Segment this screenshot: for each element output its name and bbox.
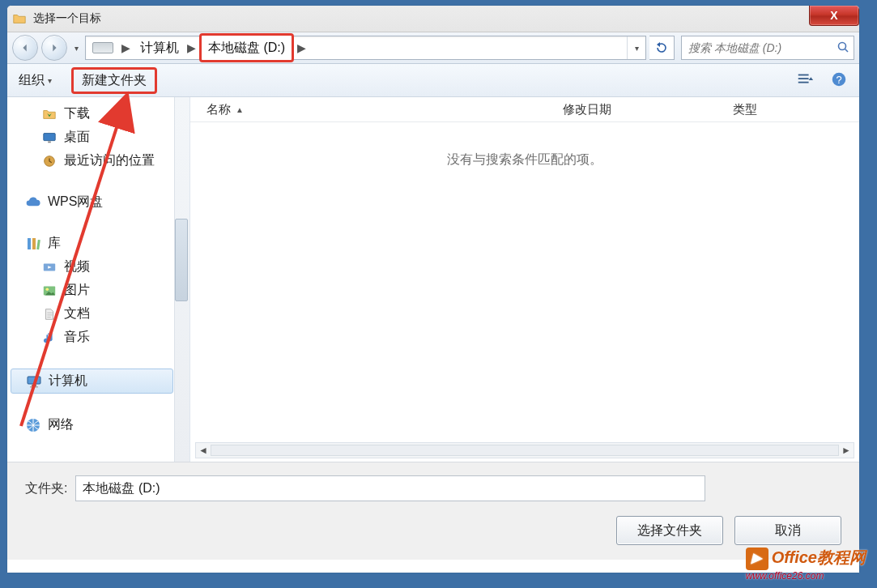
svg-rect-4 (798, 81, 809, 83)
downloads-icon (41, 106, 57, 122)
sidebar-item-wps[interactable]: WPS网盘 (7, 190, 189, 214)
svg-rect-7 (44, 133, 55, 140)
sidebar-item-documents[interactable]: 文档 (7, 302, 189, 326)
desktop-icon (41, 130, 57, 146)
scroll-left-icon[interactable]: ◄ (196, 445, 211, 456)
sidebar-item-label: 网络 (48, 416, 74, 433)
horizontal-scrollbar[interactable]: ◄ ► (195, 442, 854, 458)
close-button[interactable]: X (809, 6, 859, 26)
col-modified-label: 修改日期 (563, 102, 611, 116)
chevron-down-icon: ▾ (48, 76, 52, 85)
folder-icon (12, 11, 27, 26)
arrow-right-icon (49, 42, 60, 53)
search-box[interactable] (681, 36, 854, 60)
pictures-icon (41, 283, 57, 299)
folder-path-input[interactable] (75, 475, 705, 501)
svg-rect-2 (798, 74, 809, 75)
breadcrumb-computer[interactable]: 计算机 (134, 36, 184, 59)
svg-text:?: ? (836, 73, 841, 85)
chevron-right-icon: ▶ (184, 41, 199, 54)
documents-icon (41, 306, 57, 322)
folder-label: 文件夹: (25, 480, 67, 497)
network-icon (25, 417, 41, 433)
organize-label: 组织 (19, 72, 45, 89)
sidebar-item-label: WPS网盘 (48, 194, 103, 211)
video-icon (41, 259, 57, 275)
select-folder-button[interactable]: 选择文件夹 (616, 516, 723, 545)
column-headers: 名称 ▲ 修改日期 类型 (190, 97, 859, 122)
help-button[interactable]: ? (830, 70, 848, 91)
libraries-icon (25, 236, 41, 252)
svg-rect-18 (30, 386, 38, 388)
address-dropdown[interactable]: ▾ (627, 36, 645, 59)
sidebar-item-label: 最近访问的位置 (64, 152, 155, 169)
svg-rect-8 (48, 141, 51, 143)
col-type-label: 类型 (733, 102, 757, 116)
sidebar-item-pictures[interactable]: 图片 (7, 279, 189, 302)
organize-menu[interactable]: 组织 ▾ (19, 72, 52, 89)
search-input[interactable] (687, 40, 833, 55)
watermark-url: www.office26.com (746, 570, 866, 582)
forward-button[interactable] (41, 35, 67, 61)
sidebar-item-label: 库 (48, 235, 61, 252)
view-icon (796, 70, 814, 88)
drive-icon (86, 36, 118, 59)
window-title: 选择一个目标 (33, 11, 101, 26)
sidebar-item-desktop[interactable]: 桌面 (7, 126, 189, 149)
sidebar-item-recent[interactable]: 最近访问的位置 (7, 149, 189, 173)
svg-rect-11 (32, 238, 36, 249)
empty-message: 没有与搜索条件匹配的项。 (190, 151, 859, 168)
svg-line-1 (845, 49, 849, 52)
sidebar-item-computer[interactable]: 计算机 (11, 369, 173, 394)
arrow-left-icon (19, 42, 31, 53)
svg-rect-12 (36, 239, 40, 249)
svg-rect-17 (32, 385, 36, 386)
nav-bar: ▾ ▶ 计算机 ▶ 本地磁盘 (D:) ▶ ▾ (7, 32, 859, 64)
col-name-label: 名称 (206, 102, 231, 117)
sidebar-item-label: 桌面 (64, 129, 90, 146)
sidebar-item-label: 音乐 (64, 329, 90, 346)
scrollbar-thumb[interactable] (175, 219, 188, 301)
sidebar-item-video[interactable]: 视频 (7, 255, 189, 279)
chevron-right-icon: ▶ (294, 41, 309, 54)
svg-rect-3 (798, 78, 809, 79)
cancel-label: 取消 (775, 522, 801, 539)
view-options-button[interactable] (796, 70, 814, 91)
sidebar-item-music[interactable]: 音乐 (7, 326, 189, 349)
chevron-down-icon: ▾ (635, 44, 639, 53)
back-button[interactable] (12, 35, 38, 61)
sidebar-item-label: 文档 (64, 305, 90, 322)
scroll-right-icon[interactable]: ► (839, 445, 854, 456)
sidebar: 下载 桌面 最近访问的位置 WPS网盘 库 视频 (7, 97, 190, 462)
watermark: Office教程网 www.office26.com (746, 547, 866, 582)
refresh-button[interactable] (649, 36, 675, 60)
col-modified[interactable]: 修改日期 (547, 102, 717, 117)
refresh-icon (655, 41, 668, 54)
col-type[interactable]: 类型 (717, 102, 859, 117)
file-list-pane: 名称 ▲ 修改日期 类型 没有与搜索条件匹配的项。 ◄ ► (190, 97, 859, 462)
sidebar-item-network[interactable]: 网络 (7, 413, 189, 437)
title-bar: 选择一个目标 X (7, 6, 859, 32)
new-folder-button[interactable]: 新建文件夹 (71, 67, 157, 94)
body: 下载 桌面 最近访问的位置 WPS网盘 库 视频 (7, 97, 859, 462)
svg-point-0 (839, 42, 846, 49)
sidebar-item-libraries[interactable]: 库 (7, 232, 189, 255)
sidebar-item-label: 图片 (64, 282, 90, 299)
breadcrumb-drive[interactable]: 本地磁盘 (D:) (199, 33, 294, 62)
sidebar-item-label: 计算机 (49, 373, 87, 390)
watermark-text: Office教程网 (772, 548, 866, 566)
search-icon (837, 40, 849, 56)
close-icon: X (830, 9, 837, 22)
col-name[interactable]: 名称 ▲ (190, 102, 547, 117)
select-folder-label: 选择文件夹 (637, 522, 702, 539)
dialog-window: 选择一个目标 X ▾ ▶ 计算机 ▶ 本地磁盘 (D:) ▶ ▾ (6, 5, 860, 573)
watermark-icon (746, 548, 768, 570)
scroll-track[interactable] (211, 445, 839, 456)
cloud-icon (25, 194, 41, 211)
sidebar-item-downloads[interactable]: 下载 (7, 102, 189, 126)
cancel-button[interactable]: 取消 (734, 516, 841, 545)
address-bar[interactable]: ▶ 计算机 ▶ 本地磁盘 (D:) ▶ ▾ (85, 36, 646, 60)
sort-asc-icon: ▲ (236, 105, 244, 114)
history-dropdown[interactable]: ▾ (70, 36, 82, 59)
sidebar-item-label: 视频 (64, 258, 90, 275)
